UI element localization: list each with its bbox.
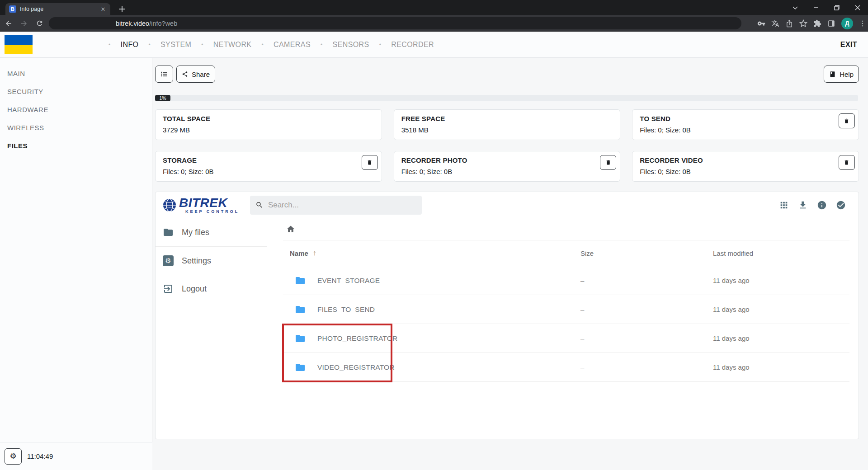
top-navigation: INFO SYSTEM NETWORK CAMERAS SENSORS RECO… [108, 32, 434, 58]
card-value: Files: 0; Size: 0B [640, 168, 851, 175]
column-header-name[interactable]: Name ↑ [283, 249, 580, 257]
share-button-label: Share [192, 70, 210, 78]
folder-name[interactable]: VIDEO_REGISTRATOR [317, 363, 395, 371]
storage-usage-progressbar: 1% [155, 95, 858, 101]
sidebar-item-wireless[interactable]: WIRELESS [0, 118, 152, 136]
window-restore-icon[interactable] [826, 0, 847, 15]
sidebar-item-main[interactable]: MAIN [0, 64, 152, 82]
extensions-puzzle-icon[interactable] [813, 19, 821, 28]
new-tab-button[interactable] [117, 4, 127, 14]
breadcrumb [283, 218, 849, 240]
file-size: – [580, 363, 713, 371]
password-key-icon[interactable] [757, 19, 765, 28]
nav-item-network[interactable]: NETWORK [201, 41, 251, 49]
gear-icon: ⚙ [9, 451, 16, 461]
url-bar[interactable]: bitrek.video/info?web [49, 17, 741, 29]
sidebar-item-hardware[interactable]: HARDWARE [0, 100, 152, 118]
folder-name[interactable]: PHOTO_REGISTRATOR [317, 334, 397, 343]
back-button[interactable] [2, 17, 15, 30]
nav-item-info[interactable]: INFO [108, 41, 138, 49]
settings-icon: ⚙ [163, 255, 174, 266]
card-title: RECORDER PHOTO [401, 156, 613, 164]
trash-icon [844, 118, 849, 124]
back-arrow-icon [5, 19, 13, 28]
grid-view-icon[interactable] [779, 200, 789, 210]
reload-button[interactable] [33, 17, 46, 30]
clear-recorder-video-button[interactable] [839, 155, 855, 170]
card-recorder-photo: RECORDER PHOTO Files: 0; Size: 0B [394, 151, 621, 182]
card-free-space: FREE SPACE 3518 MB [394, 109, 621, 140]
window-minimize-icon[interactable] [806, 0, 826, 15]
book-icon [829, 71, 836, 78]
url-host: bitrek.video [116, 20, 149, 27]
sidebar-item-security[interactable]: SECURITY [0, 82, 152, 100]
device-time: 11:04:49 [27, 452, 53, 460]
clear-storage-button[interactable] [362, 155, 378, 170]
search-icon [255, 201, 264, 209]
forward-button[interactable] [17, 17, 31, 30]
home-icon[interactable] [286, 225, 295, 234]
folder-name[interactable]: FILES_TO_SEND [317, 306, 375, 314]
select-all-check-icon[interactable] [836, 200, 846, 210]
file-modified: 11 days ago [713, 306, 849, 313]
logout-icon [163, 283, 174, 294]
translate-icon[interactable] [771, 19, 779, 28]
table-row-video-registrator[interactable]: VIDEO_REGISTRATOR – 11 days ago [283, 353, 849, 382]
file-list-area: Name ↑ Size Last modified EVENT_STORAGE [267, 218, 859, 439]
table-row-photo-registrator[interactable]: PHOTO_REGISTRATOR – 11 days ago [283, 324, 849, 353]
clear-to-send-button[interactable] [839, 113, 855, 128]
trash-icon [844, 159, 849, 166]
url-path: /info?web [149, 20, 177, 27]
browser-profile-avatar[interactable]: Д [841, 18, 853, 29]
window-close-icon[interactable] [847, 0, 868, 15]
table-row-files-to-send[interactable]: FILES_TO_SEND – 11 days ago [283, 295, 849, 324]
file-modified: 11 days ago [713, 334, 849, 342]
brand-name: BITREK [179, 197, 239, 209]
menu-item-my-files[interactable]: My files [156, 218, 267, 246]
side-panel-icon[interactable] [827, 19, 835, 28]
help-button[interactable]: Help [824, 66, 859, 83]
clear-recorder-photo-button[interactable] [600, 155, 616, 170]
exit-link[interactable]: EXIT [840, 32, 857, 58]
bookmark-star-icon[interactable] [799, 19, 807, 28]
nav-item-system[interactable]: SYSTEM [148, 41, 191, 49]
nav-item-cameras[interactable]: CAMERAS [261, 41, 311, 49]
search-input[interactable] [268, 201, 416, 210]
menu-item-label: Logout [182, 284, 207, 294]
search-box[interactable] [250, 196, 422, 215]
browser-toolbar: bitrek.video/info?web Д ⋮ [0, 15, 868, 32]
file-manager-toolbar: BITREK KEEP CONTROL [156, 192, 859, 218]
settings-gear-button[interactable]: ⚙ [5, 448, 22, 465]
menu-item-settings[interactable]: ⚙ Settings [156, 247, 267, 275]
menu-item-logout[interactable]: Logout [156, 275, 267, 303]
folder-icon [163, 227, 174, 238]
nav-item-recorder[interactable]: RECORDER [379, 41, 434, 49]
column-header-modified[interactable]: Last modified [713, 249, 849, 257]
download-icon[interactable] [798, 200, 808, 210]
main-content: Share Help 1% TOTAL SPACE 3729 MB [152, 58, 868, 470]
tab-close-icon[interactable]: ✕ [99, 6, 107, 13]
sidebar-item-files[interactable]: FILES [0, 136, 152, 155]
file-manager-view-icons [779, 200, 852, 210]
window-menu-chevron-icon[interactable] [785, 0, 806, 15]
card-title: FREE SPACE [401, 115, 613, 122]
card-value: 3518 MB [401, 126, 613, 134]
browser-tab[interactable]: B Info page ✕ [5, 3, 110, 15]
share-button[interactable]: Share [176, 66, 215, 83]
file-modified: 11 days ago [713, 363, 849, 371]
file-manager-panel: BITREK KEEP CONTROL [155, 192, 859, 439]
folder-icon [294, 333, 306, 344]
table-header-row: Name ↑ Size Last modified [283, 240, 849, 266]
file-manager-body: My files ⚙ Settings Logout [156, 218, 859, 439]
table-row-event-storage[interactable]: EVENT_STORAGE – 11 days ago [283, 266, 849, 295]
browser-toolbar-icons: Д ⋮ [757, 15, 865, 32]
trash-icon [367, 159, 373, 166]
share-page-icon[interactable] [785, 19, 793, 28]
browser-menu-icon[interactable]: ⋮ [859, 19, 865, 28]
progress-fill: 1% [155, 95, 170, 101]
folder-name[interactable]: EVENT_STORAGE [317, 277, 380, 285]
nav-item-sensors[interactable]: SENSORS [321, 41, 369, 49]
column-header-size[interactable]: Size [580, 249, 713, 257]
list-view-button[interactable] [155, 66, 173, 83]
info-icon[interactable] [817, 200, 827, 210]
